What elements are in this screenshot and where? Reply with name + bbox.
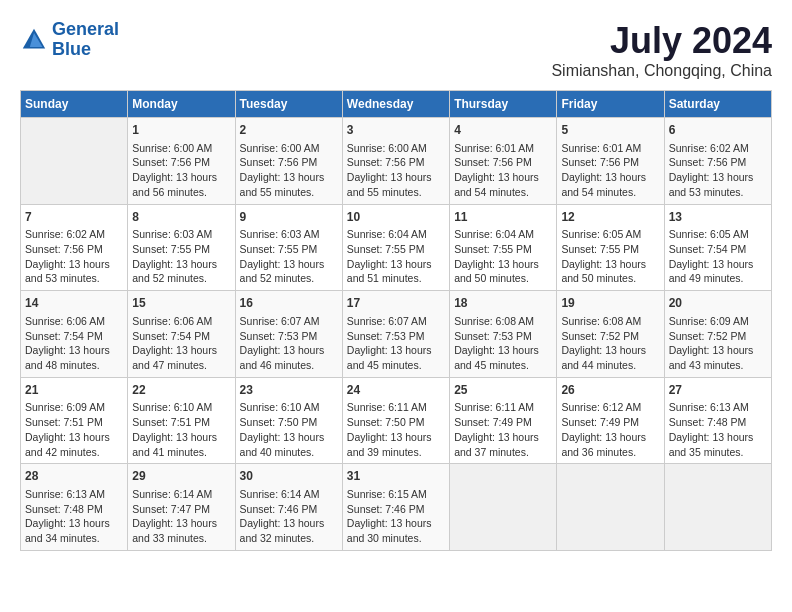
header-saturday: Saturday: [664, 91, 771, 118]
location-title: Simianshan, Chongqing, China: [551, 62, 772, 80]
day-cell: 28Sunrise: 6:13 AMSunset: 7:48 PMDayligh…: [21, 464, 128, 551]
day-cell: 7Sunrise: 6:02 AMSunset: 7:56 PMDaylight…: [21, 204, 128, 291]
day-cell: 26Sunrise: 6:12 AMSunset: 7:49 PMDayligh…: [557, 377, 664, 464]
day-cell: 12Sunrise: 6:05 AMSunset: 7:55 PMDayligh…: [557, 204, 664, 291]
day-info: Sunrise: 6:09 AMSunset: 7:52 PMDaylight:…: [669, 314, 767, 373]
page-header: General Blue July 2024 Simianshan, Chong…: [20, 20, 772, 80]
logo-icon: [20, 26, 48, 54]
day-number: 26: [561, 382, 659, 399]
day-number: 8: [132, 209, 230, 226]
day-cell: 21Sunrise: 6:09 AMSunset: 7:51 PMDayligh…: [21, 377, 128, 464]
day-cell: 2Sunrise: 6:00 AMSunset: 7:56 PMDaylight…: [235, 118, 342, 205]
day-info: Sunrise: 6:05 AMSunset: 7:54 PMDaylight:…: [669, 227, 767, 286]
day-info: Sunrise: 6:00 AMSunset: 7:56 PMDaylight:…: [132, 141, 230, 200]
day-cell: 13Sunrise: 6:05 AMSunset: 7:54 PMDayligh…: [664, 204, 771, 291]
day-number: 25: [454, 382, 552, 399]
day-info: Sunrise: 6:04 AMSunset: 7:55 PMDaylight:…: [454, 227, 552, 286]
day-number: 31: [347, 468, 445, 485]
day-info: Sunrise: 6:04 AMSunset: 7:55 PMDaylight:…: [347, 227, 445, 286]
day-cell: 27Sunrise: 6:13 AMSunset: 7:48 PMDayligh…: [664, 377, 771, 464]
day-cell: 14Sunrise: 6:06 AMSunset: 7:54 PMDayligh…: [21, 291, 128, 378]
day-info: Sunrise: 6:13 AMSunset: 7:48 PMDaylight:…: [25, 487, 123, 546]
calendar-table: SundayMondayTuesdayWednesdayThursdayFrid…: [20, 90, 772, 551]
day-cell: 22Sunrise: 6:10 AMSunset: 7:51 PMDayligh…: [128, 377, 235, 464]
header-row: SundayMondayTuesdayWednesdayThursdayFrid…: [21, 91, 772, 118]
day-cell: 1Sunrise: 6:00 AMSunset: 7:56 PMDaylight…: [128, 118, 235, 205]
week-row-1: 1Sunrise: 6:00 AMSunset: 7:56 PMDaylight…: [21, 118, 772, 205]
day-number: 9: [240, 209, 338, 226]
day-number: 18: [454, 295, 552, 312]
week-row-3: 14Sunrise: 6:06 AMSunset: 7:54 PMDayligh…: [21, 291, 772, 378]
day-info: Sunrise: 6:07 AMSunset: 7:53 PMDaylight:…: [347, 314, 445, 373]
day-info: Sunrise: 6:10 AMSunset: 7:51 PMDaylight:…: [132, 400, 230, 459]
day-cell: [21, 118, 128, 205]
day-number: 1: [132, 122, 230, 139]
day-cell: [664, 464, 771, 551]
day-number: 23: [240, 382, 338, 399]
title-block: July 2024 Simianshan, Chongqing, China: [551, 20, 772, 80]
day-number: 19: [561, 295, 659, 312]
day-number: 24: [347, 382, 445, 399]
week-row-4: 21Sunrise: 6:09 AMSunset: 7:51 PMDayligh…: [21, 377, 772, 464]
day-cell: 15Sunrise: 6:06 AMSunset: 7:54 PMDayligh…: [128, 291, 235, 378]
day-number: 22: [132, 382, 230, 399]
day-number: 12: [561, 209, 659, 226]
day-info: Sunrise: 6:08 AMSunset: 7:52 PMDaylight:…: [561, 314, 659, 373]
day-number: 16: [240, 295, 338, 312]
day-info: Sunrise: 6:06 AMSunset: 7:54 PMDaylight:…: [25, 314, 123, 373]
day-number: 14: [25, 295, 123, 312]
day-cell: 24Sunrise: 6:11 AMSunset: 7:50 PMDayligh…: [342, 377, 449, 464]
day-number: 7: [25, 209, 123, 226]
day-info: Sunrise: 6:10 AMSunset: 7:50 PMDaylight:…: [240, 400, 338, 459]
day-number: 15: [132, 295, 230, 312]
day-cell: 20Sunrise: 6:09 AMSunset: 7:52 PMDayligh…: [664, 291, 771, 378]
day-info: Sunrise: 6:01 AMSunset: 7:56 PMDaylight:…: [561, 141, 659, 200]
day-info: Sunrise: 6:11 AMSunset: 7:50 PMDaylight:…: [347, 400, 445, 459]
day-info: Sunrise: 6:05 AMSunset: 7:55 PMDaylight:…: [561, 227, 659, 286]
day-info: Sunrise: 6:15 AMSunset: 7:46 PMDaylight:…: [347, 487, 445, 546]
day-info: Sunrise: 6:03 AMSunset: 7:55 PMDaylight:…: [132, 227, 230, 286]
day-cell: 16Sunrise: 6:07 AMSunset: 7:53 PMDayligh…: [235, 291, 342, 378]
week-row-2: 7Sunrise: 6:02 AMSunset: 7:56 PMDaylight…: [21, 204, 772, 291]
day-info: Sunrise: 6:14 AMSunset: 7:47 PMDaylight:…: [132, 487, 230, 546]
day-number: 11: [454, 209, 552, 226]
day-cell: 17Sunrise: 6:07 AMSunset: 7:53 PMDayligh…: [342, 291, 449, 378]
header-monday: Monday: [128, 91, 235, 118]
day-cell: [557, 464, 664, 551]
day-cell: [450, 464, 557, 551]
day-cell: 10Sunrise: 6:04 AMSunset: 7:55 PMDayligh…: [342, 204, 449, 291]
day-number: 2: [240, 122, 338, 139]
header-tuesday: Tuesday: [235, 91, 342, 118]
day-cell: 19Sunrise: 6:08 AMSunset: 7:52 PMDayligh…: [557, 291, 664, 378]
day-info: Sunrise: 6:13 AMSunset: 7:48 PMDaylight:…: [669, 400, 767, 459]
week-row-5: 28Sunrise: 6:13 AMSunset: 7:48 PMDayligh…: [21, 464, 772, 551]
day-number: 13: [669, 209, 767, 226]
day-cell: 8Sunrise: 6:03 AMSunset: 7:55 PMDaylight…: [128, 204, 235, 291]
day-number: 28: [25, 468, 123, 485]
day-cell: 11Sunrise: 6:04 AMSunset: 7:55 PMDayligh…: [450, 204, 557, 291]
day-cell: 23Sunrise: 6:10 AMSunset: 7:50 PMDayligh…: [235, 377, 342, 464]
day-cell: 30Sunrise: 6:14 AMSunset: 7:46 PMDayligh…: [235, 464, 342, 551]
day-info: Sunrise: 6:08 AMSunset: 7:53 PMDaylight:…: [454, 314, 552, 373]
day-number: 6: [669, 122, 767, 139]
header-friday: Friday: [557, 91, 664, 118]
day-info: Sunrise: 6:00 AMSunset: 7:56 PMDaylight:…: [347, 141, 445, 200]
day-info: Sunrise: 6:03 AMSunset: 7:55 PMDaylight:…: [240, 227, 338, 286]
day-number: 29: [132, 468, 230, 485]
day-info: Sunrise: 6:11 AMSunset: 7:49 PMDaylight:…: [454, 400, 552, 459]
day-number: 20: [669, 295, 767, 312]
day-info: Sunrise: 6:09 AMSunset: 7:51 PMDaylight:…: [25, 400, 123, 459]
day-cell: 3Sunrise: 6:00 AMSunset: 7:56 PMDaylight…: [342, 118, 449, 205]
day-number: 3: [347, 122, 445, 139]
day-cell: 29Sunrise: 6:14 AMSunset: 7:47 PMDayligh…: [128, 464, 235, 551]
day-info: Sunrise: 6:01 AMSunset: 7:56 PMDaylight:…: [454, 141, 552, 200]
day-info: Sunrise: 6:06 AMSunset: 7:54 PMDaylight:…: [132, 314, 230, 373]
day-number: 30: [240, 468, 338, 485]
day-cell: 6Sunrise: 6:02 AMSunset: 7:56 PMDaylight…: [664, 118, 771, 205]
day-info: Sunrise: 6:02 AMSunset: 7:56 PMDaylight:…: [25, 227, 123, 286]
day-number: 4: [454, 122, 552, 139]
day-number: 17: [347, 295, 445, 312]
day-number: 21: [25, 382, 123, 399]
header-wednesday: Wednesday: [342, 91, 449, 118]
day-cell: 4Sunrise: 6:01 AMSunset: 7:56 PMDaylight…: [450, 118, 557, 205]
